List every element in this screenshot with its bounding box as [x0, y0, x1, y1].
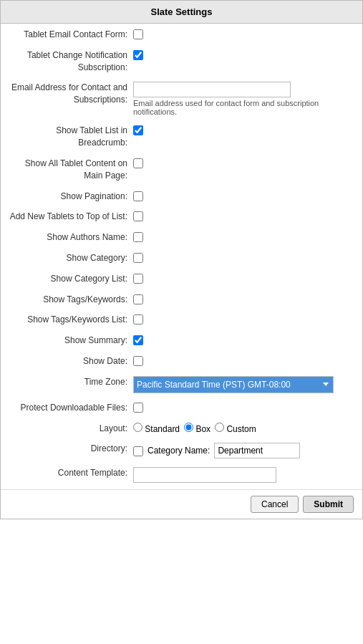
- show-tags-keywords-checkbox[interactable]: [133, 294, 143, 304]
- protect-downloadable-files-label: Protect Downloadable Files:: [8, 400, 133, 414]
- protect-downloadable-files-checkbox[interactable]: [133, 403, 143, 413]
- show-category-list-checkbox[interactable]: [133, 274, 143, 284]
- show-all-tablet-content-control: [133, 156, 355, 168]
- show-pagination-row: Show Pagination:: [1, 186, 362, 206]
- content-template-label: Content Template:: [8, 466, 133, 479]
- show-tags-keywords-row: Show Tags/Keywords:: [1, 289, 362, 309]
- show-tags-keywords-label: Show Tags/Keywords:: [8, 292, 133, 306]
- layout-box-label[interactable]: Box: [184, 423, 210, 434]
- layout-standard-label[interactable]: Standard: [133, 423, 180, 434]
- show-date-checkbox[interactable]: [133, 356, 143, 366]
- show-summary-row: Show Summary:: [1, 330, 362, 350]
- content-template-row: Content Template:: [1, 462, 362, 486]
- panel-title: Slate Settings: [1, 1, 362, 24]
- layout-standard-text: Standard: [145, 424, 180, 434]
- show-authors-name-row: Show Authors Name:: [1, 226, 362, 247]
- show-authors-name-label: Show Authors Name:: [8, 230, 133, 244]
- show-pagination-control: [133, 189, 355, 201]
- show-all-tablet-content-label: Show All Tablet Content on Main Page:: [8, 156, 133, 182]
- show-pagination-checkbox[interactable]: [133, 191, 143, 201]
- content-template-input[interactable]: [133, 467, 276, 483]
- slate-settings-panel: Slate Settings Tablet Email Contact Form…: [0, 0, 363, 519]
- content-template-control: [133, 466, 355, 483]
- tablet-email-contact-control: [133, 27, 355, 39]
- show-tablet-list-breadcrumb-control: [133, 123, 355, 135]
- time-zone-row: Time Zone: Pacific Standard Time (PST) G…: [1, 371, 362, 397]
- layout-custom-radio[interactable]: [215, 423, 224, 432]
- layout-box-text: Box: [195, 424, 210, 434]
- show-category-list-row: Show Category List:: [1, 268, 362, 289]
- show-tablet-list-breadcrumb-row: Show Tablet List in Breadcrumb:: [1, 120, 362, 153]
- tablet-change-notification-row: Tablet Change Notification Subscription:: [1, 44, 362, 77]
- layout-box-radio[interactable]: [184, 423, 193, 432]
- show-all-tablet-content-row: Show All Tablet Content on Main Page:: [1, 153, 362, 186]
- show-authors-name-control: [133, 230, 355, 242]
- directory-row: Directory: Category Name:: [1, 438, 362, 462]
- show-category-row: Show Category:: [1, 247, 362, 268]
- show-category-list-label: Show Category List:: [8, 271, 133, 285]
- directory-content: Category Name:: [133, 443, 300, 458]
- email-address-control: Email address used for contact form and …: [133, 80, 355, 116]
- show-tags-keywords-list-row: Show Tags/Keywords List:: [1, 309, 362, 330]
- tablet-change-notification-label: Tablet Change Notification Subscription:: [8, 48, 133, 74]
- show-category-checkbox[interactable]: [133, 253, 143, 263]
- protect-downloadable-files-row: Protect Downloadable Files:: [1, 397, 362, 418]
- show-category-control: [133, 251, 355, 263]
- add-new-tablets-top-control: [133, 209, 355, 221]
- show-tablet-list-breadcrumb-checkbox[interactable]: [133, 125, 143, 135]
- show-tags-keywords-list-checkbox[interactable]: [133, 314, 143, 325]
- add-new-tablets-top-checkbox[interactable]: [133, 211, 143, 221]
- layout-standard-radio[interactable]: [133, 423, 142, 432]
- show-authors-name-checkbox[interactable]: [133, 232, 143, 242]
- show-date-label: Show Date:: [8, 354, 133, 367]
- add-new-tablets-top-label: Add New Tablets to Top of List:: [8, 209, 133, 223]
- layout-radio-group: Standard Box Custom: [133, 423, 256, 434]
- show-summary-label: Show Summary:: [8, 333, 133, 347]
- tablet-change-notification-control: [133, 48, 355, 60]
- show-pagination-label: Show Pagination:: [8, 189, 133, 203]
- category-name-label: Category Name:: [147, 446, 210, 456]
- layout-custom-label[interactable]: Custom: [215, 423, 256, 434]
- show-tags-keywords-control: [133, 292, 355, 304]
- directory-label: Directory:: [8, 441, 133, 455]
- tablet-email-contact-row: Tablet Email Contact Form:: [1, 24, 362, 44]
- show-tags-keywords-list-label: Show Tags/Keywords List:: [8, 312, 133, 326]
- cancel-button[interactable]: Cancel: [251, 496, 299, 513]
- show-all-tablet-content-checkbox[interactable]: [133, 158, 143, 168]
- email-address-input[interactable]: [133, 82, 291, 97]
- layout-label: Layout:: [8, 421, 133, 435]
- time-zone-label: Time Zone:: [8, 375, 133, 388]
- show-tablet-list-breadcrumb-label: Show Tablet List in Breadcrumb:: [8, 123, 133, 149]
- submit-button[interactable]: Submit: [303, 496, 354, 513]
- email-address-hint: Email address used for contact form and …: [133, 99, 355, 116]
- show-category-list-control: [133, 271, 355, 284]
- show-tags-keywords-list-control: [133, 312, 355, 325]
- footer-row: Cancel Submit: [1, 489, 362, 519]
- email-address-row: Email Address for Contact and Subscripti…: [1, 77, 362, 120]
- time-zone-control: Pacific Standard Time (PST) GMT-08:00 Ea…: [133, 375, 355, 393]
- show-summary-control: [133, 333, 355, 345]
- layout-custom-text: Custom: [226, 424, 256, 434]
- show-date-row: Show Date:: [1, 350, 362, 371]
- show-summary-checkbox[interactable]: [133, 335, 143, 345]
- protect-downloadable-files-control: [133, 400, 355, 413]
- show-date-control: [133, 354, 355, 366]
- email-address-label: Email Address for Contact and Subscripti…: [8, 80, 133, 106]
- show-category-label: Show Category:: [8, 251, 133, 264]
- tablet-change-notification-checkbox[interactable]: [133, 50, 143, 60]
- directory-control: Category Name:: [133, 441, 355, 458]
- layout-control: Standard Box Custom: [133, 421, 355, 434]
- tablet-email-contact-checkbox[interactable]: [133, 29, 143, 39]
- layout-row: Layout: Standard Box Custom: [1, 418, 362, 438]
- directory-checkbox[interactable]: [133, 446, 143, 456]
- add-new-tablets-top-row: Add New Tablets to Top of List:: [1, 206, 362, 226]
- category-name-input[interactable]: [214, 443, 300, 458]
- time-zone-select[interactable]: Pacific Standard Time (PST) GMT-08:00 Ea…: [133, 376, 334, 393]
- tablet-email-contact-label: Tablet Email Contact Form:: [8, 27, 133, 41]
